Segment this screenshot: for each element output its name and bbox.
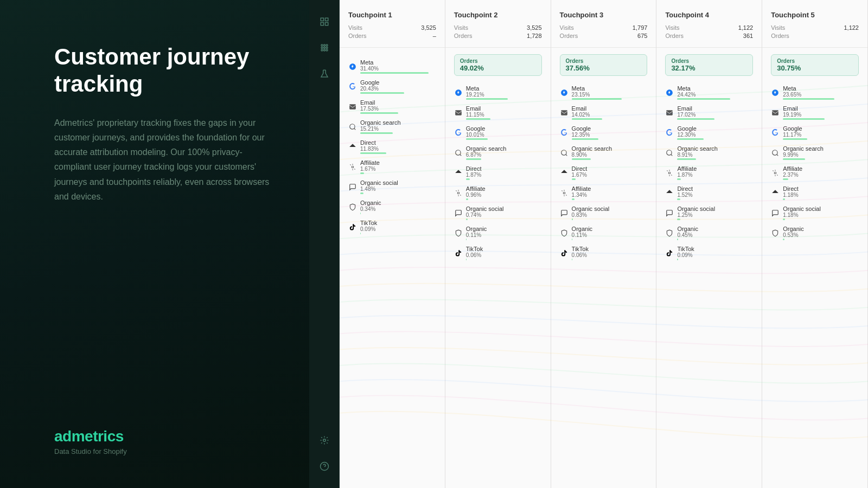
svg-rect-15 — [349, 104, 356, 109]
channel-pct-2-8: 0.11% — [466, 232, 542, 238]
channel-pct-5-8: 0.53% — [783, 232, 859, 238]
channel-info-2-7: Organic social0.74% — [466, 206, 542, 220]
channel-item-4-5: Affiliate1.87% — [656, 163, 762, 183]
channel-name-3-3: Google — [572, 125, 648, 132]
sidebar-icon-grid[interactable] — [314, 11, 335, 33]
channel-info-1-3: Email17.53% — [360, 99, 436, 114]
channel-bar-5-6 — [783, 198, 785, 200]
channel-pct-1-1: 31.40% — [360, 66, 436, 72]
channel-bar-1-3 — [360, 112, 398, 114]
channel-bar-3-2 — [572, 118, 602, 120]
channel-icon-direct — [348, 143, 357, 151]
channel-info-2-4: Organic search6.87% — [466, 145, 542, 160]
channel-name-1-1: Meta — [360, 59, 436, 66]
channel-item-3-2: Email14.02% — [551, 102, 656, 123]
channel-item-1-1: Meta31.40% — [340, 56, 445, 76]
channel-name-5-8: Organic — [783, 226, 859, 232]
channel-icon-google — [454, 129, 463, 137]
channel-pct-2-7: 0.74% — [466, 212, 542, 218]
tp-orders-label-3: Orders — [560, 33, 578, 39]
channel-bar-5-2 — [783, 118, 825, 120]
tp-visits-label-1: Visits — [348, 24, 362, 31]
svg-rect-24 — [667, 110, 673, 115]
tp-visits-label-3: Visits — [560, 24, 574, 31]
channel-pct-2-4: 6.87% — [466, 152, 542, 158]
channel-item-3-5: Direct1.67% — [551, 163, 656, 183]
touchpoints-container: Touchpoint 1Visits3,525Orders–Meta31.40%… — [340, 0, 868, 488]
channel-info-4-5: Affiliate1.87% — [677, 165, 753, 180]
tp-orders-val-2: 1,728 — [527, 33, 542, 39]
channel-bar-1-2 — [360, 92, 404, 94]
channel-name-1-2: Google — [360, 79, 436, 86]
channel-bar-2-5 — [466, 178, 470, 180]
channel-info-3-5: Direct1.67% — [572, 165, 648, 180]
channel-icon-google — [771, 129, 780, 137]
logo: admetrics — [54, 428, 277, 445]
svg-point-22 — [561, 150, 566, 155]
channel-bar-3-1 — [572, 98, 622, 100]
svg-rect-0 — [321, 18, 323, 21]
channel-name-4-2: Email — [677, 105, 753, 112]
channel-item-3-1: Meta23.15% — [551, 82, 656, 102]
sidebar-icon-flask[interactable] — [314, 63, 335, 85]
channel-name-5-5: Affiliate — [783, 165, 859, 172]
channel-info-4-2: Email17.02% — [677, 105, 753, 120]
channel-bar-1-9 — [360, 233, 361, 234]
channel-name-2-9: TikTok — [466, 246, 542, 252]
channel-info-3-9: TikTok0.06% — [572, 246, 648, 260]
sidebar-icon-settings[interactable] — [314, 429, 335, 451]
channel-bar-5-1 — [783, 98, 834, 100]
channel-name-4-6: Direct — [677, 185, 753, 192]
channel-bar-3-4 — [572, 158, 591, 160]
svg-rect-21 — [561, 110, 567, 115]
sidebar-icon-apps[interactable] — [314, 37, 335, 59]
page-title: Customer journey tracking — [54, 43, 277, 98]
channel-icon-organic-social — [348, 183, 357, 191]
channel-pct-5-3: 11.17% — [783, 132, 859, 138]
channel-name-3-9: TikTok — [572, 246, 648, 252]
channel-bar-4-7 — [677, 219, 680, 220]
channel-name-3-1: Meta — [572, 85, 648, 92]
channel-pct-3-7: 0.83% — [572, 212, 648, 218]
channel-icon-meta — [348, 62, 357, 71]
orders-badge-label-5: Orders — [777, 58, 853, 64]
channel-info-5-4: Organic search9.99% — [783, 145, 859, 160]
channel-info-3-3: Google12.35% — [572, 125, 648, 140]
channel-name-3-2: Email — [572, 105, 648, 112]
channel-name-4-8: Organic — [677, 226, 753, 232]
svg-rect-18 — [455, 110, 462, 115]
tp-visits-val-3: 1,797 — [633, 24, 648, 31]
channel-icon-affiliate — [560, 189, 569, 197]
channel-item-2-2: Email11.15% — [445, 102, 551, 123]
channel-icon-email — [771, 108, 780, 117]
channel-bar-5-7 — [783, 219, 785, 220]
channel-pct-1-7: 1.48% — [360, 186, 436, 192]
channel-icon-meta — [454, 88, 463, 97]
channel-pct-4-2: 17.02% — [677, 112, 753, 118]
tp-header-5: Touchpoint 5Visits1,122Orders — [762, 0, 867, 48]
channel-name-2-4: Organic search — [466, 145, 542, 152]
sidebar-icon-support[interactable] — [314, 455, 335, 477]
channel-bar-1-6 — [360, 172, 364, 174]
channel-name-4-5: Affiliate — [677, 165, 753, 172]
tp-channels-4: Meta24.42%Email17.02%Google12.30%Organic… — [656, 80, 762, 488]
channel-info-3-4: Organic search8.90% — [572, 145, 648, 160]
channel-info-1-2: Google20.43% — [360, 79, 436, 94]
channel-icon-meta — [560, 88, 569, 97]
channel-icon-organic-search — [665, 149, 674, 157]
channel-bar-5-8 — [783, 239, 784, 240]
channel-bar-2-9 — [466, 259, 467, 260]
channel-item-2-3: Google10.01% — [445, 123, 551, 143]
tp-visits-val-5: 1,122 — [844, 24, 859, 31]
channel-name-1-8: Organic — [360, 200, 436, 206]
logo-subtitle: Data Studio for Shopify — [54, 447, 277, 455]
channel-bar-3-7 — [572, 219, 573, 220]
channel-pct-3-3: 12.35% — [572, 132, 648, 138]
tp-channels-5: Meta23.65%Email19.19%Google11.17%Organic… — [762, 80, 867, 488]
channel-icon-google — [348, 82, 357, 91]
channel-icon-organic-social — [771, 209, 780, 217]
channel-name-2-1: Meta — [466, 85, 542, 92]
channel-item-2-5: Direct1.87% — [445, 163, 551, 183]
channel-icon-direct — [560, 169, 569, 177]
channel-info-4-7: Organic social1.25% — [677, 206, 753, 220]
